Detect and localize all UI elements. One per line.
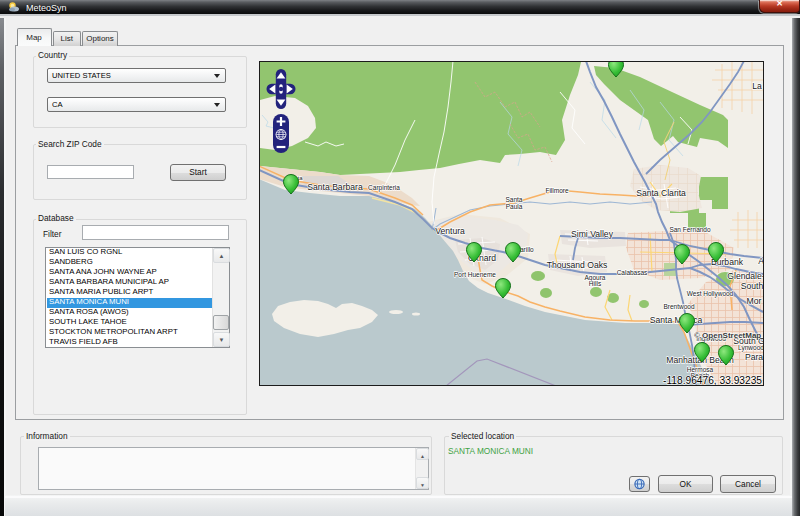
svg-text:Mor: Mor <box>747 296 762 306</box>
svg-text:Fillmore: Fillmore <box>545 187 568 194</box>
svg-text:Para: Para <box>745 352 763 362</box>
svg-text:Carpinteria: Carpinteria <box>368 184 400 192</box>
svg-text:South: South <box>741 281 763 291</box>
svg-text:Santa: Santa <box>506 196 523 203</box>
svg-text:Paula: Paula <box>506 203 523 210</box>
svg-text:San Fernando: San Fernando <box>669 226 711 233</box>
svg-text:A: A <box>758 256 763 266</box>
svg-text:Santa Barbara: Santa Barbara <box>307 182 363 192</box>
svg-text:Thousand Oaks: Thousand Oaks <box>547 260 608 270</box>
svg-text:Calabasas: Calabasas <box>617 269 648 276</box>
svg-text:Simi Valley: Simi Valley <box>571 229 614 239</box>
svg-text:La: La <box>752 81 762 91</box>
svg-text:Glendale-: Glendale- <box>727 271 763 281</box>
svg-text:-118.96476, 33.93235: -118.96476, 33.93235 <box>663 375 762 385</box>
svg-text:Ventura: Ventura <box>435 226 465 236</box>
svg-text:Brentwood: Brentwood <box>663 303 694 310</box>
svg-text:© OpenStreetMap: © OpenStreetMap <box>694 331 761 340</box>
svg-text:Port Hueneme: Port Hueneme <box>454 271 496 278</box>
svg-text:West Hollywood: West Hollywood <box>687 290 734 298</box>
svg-text:Lynwood: Lynwood <box>738 344 763 352</box>
svg-text:Santa Clarita: Santa Clarita <box>636 188 686 198</box>
svg-text:Hills: Hills <box>589 280 602 287</box>
